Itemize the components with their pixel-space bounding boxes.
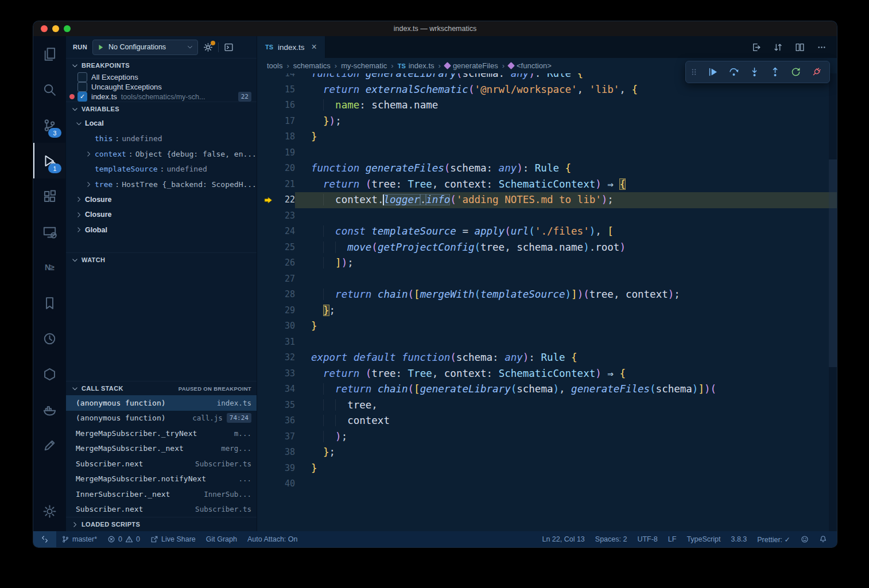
line-number[interactable]: 37 xyxy=(257,429,295,445)
breadcrumb-item[interactable]: TSindex.ts xyxy=(398,61,434,70)
status-feedback[interactable] xyxy=(796,531,814,547)
code-line[interactable]: 27 xyxy=(257,271,837,287)
remote-indicator[interactable] xyxy=(33,531,56,547)
code-line[interactable]: 23 xyxy=(257,208,837,224)
activity-item-explorer[interactable] xyxy=(33,36,65,72)
line-number[interactable]: 17 xyxy=(257,114,295,130)
disconnect-button[interactable] xyxy=(811,67,822,77)
code-line[interactable]: 32export default function(schema: any): … xyxy=(257,350,837,366)
scrollbar-thumb[interactable] xyxy=(829,159,837,367)
status-branch[interactable]: master* xyxy=(56,531,102,547)
line-number[interactable]: 29 xyxy=(257,303,295,319)
open-changes-icon[interactable] xyxy=(751,42,761,52)
code-line[interactable]: 30} xyxy=(257,318,837,334)
breadcrumb-item[interactable]: my-schematic xyxy=(341,61,387,70)
call-stack-frame[interactable]: InnerSubscriber._nextInnerSub... xyxy=(66,486,257,502)
variable-row[interactable]: context: Object {debug: false, en... xyxy=(66,146,257,162)
variable-row[interactable]: tree: HostTree {_backend: ScopedH... xyxy=(66,177,257,192)
breakpoint-checkbox[interactable]: ✓ xyxy=(77,72,87,82)
activity-item-settings[interactable] xyxy=(33,493,65,529)
code-line[interactable]: 15 return externalSchematic('@nrwl/works… xyxy=(257,82,837,98)
zoom-window-button[interactable] xyxy=(64,25,71,32)
breakpoint-row[interactable]: ✓index.tstools/schematics/my-sch...22 xyxy=(66,92,257,102)
breadcrumb-item[interactable]: schematics xyxy=(293,61,331,70)
code-line[interactable]: 31 xyxy=(257,334,837,351)
line-number[interactable]: 18 xyxy=(257,129,295,145)
line-number[interactable]: 25 xyxy=(257,240,295,256)
line-number[interactable]: 35 xyxy=(257,398,295,414)
close-tab-button[interactable]: × xyxy=(312,42,317,52)
line-number[interactable]: 20 xyxy=(257,161,295,177)
status-live-share[interactable]: Live Share xyxy=(145,531,201,547)
restart-button[interactable] xyxy=(790,67,801,77)
status-typescript-version[interactable]: 3.8.3 xyxy=(726,531,752,547)
code-line[interactable]: 16 name: schema.name xyxy=(257,98,837,114)
activity-item-bookmarks[interactable] xyxy=(33,285,65,321)
line-number[interactable]: 22 xyxy=(257,192,295,208)
code-line[interactable]: 25 move(getProjectConfig(tree, schema.na… xyxy=(257,240,837,256)
breadcrumb-item[interactable]: generateFiles xyxy=(445,61,498,70)
line-number[interactable]: 34 xyxy=(257,381,295,398)
status-encoding[interactable]: UTF-8 xyxy=(632,531,662,547)
activity-item-run-debug[interactable]: 1 xyxy=(33,143,65,178)
status-notifications[interactable] xyxy=(814,531,832,547)
variable-row[interactable]: this: undefined xyxy=(66,131,257,147)
status-cursor-position[interactable]: Ln 22, Col 13 xyxy=(537,531,589,547)
split-editor-icon[interactable] xyxy=(795,42,805,52)
code-line[interactable]: 34 return chain([generateLibrary(schema)… xyxy=(257,381,837,398)
line-number[interactable]: 19 xyxy=(257,145,295,161)
tab-index-ts[interactable]: TS index.ts × xyxy=(257,36,325,58)
call-stack-frame[interactable]: MergeMapSubscriber.notifyNext... xyxy=(66,472,257,487)
line-number[interactable]: 30 xyxy=(257,318,295,334)
call-stack-frame[interactable]: MergeMapSubscriber._nextmerg... xyxy=(66,441,257,457)
line-number[interactable]: 24 xyxy=(257,224,295,240)
code-line[interactable]: 28 return chain([mergeWith(templateSourc… xyxy=(257,287,837,303)
call-stack-frame[interactable]: Subscriber.nextSubscriber.ts xyxy=(66,456,257,472)
breakpoints-header[interactable]: BREAKPOINTS xyxy=(66,58,257,72)
status-eol[interactable]: LF xyxy=(663,531,682,547)
continue-button[interactable] xyxy=(708,67,719,77)
variable-row[interactable]: templateSource: undefined xyxy=(66,162,257,177)
activity-item-search[interactable] xyxy=(33,72,65,107)
step-out-button[interactable] xyxy=(770,67,781,77)
activity-item-source-control[interactable]: 3 xyxy=(33,107,65,143)
breakpoint-row[interactable]: ✓Uncaught Exceptions xyxy=(66,82,257,92)
code-line[interactable]: 37 ); xyxy=(257,429,837,445)
call-stack-frame[interactable]: (anonymous function)call.js74:24 xyxy=(66,411,257,426)
activity-item-extensions[interactable] xyxy=(33,178,65,214)
scrollbar[interactable] xyxy=(829,73,837,531)
breakpoint-row[interactable]: ✓All Exceptions xyxy=(66,72,257,82)
watch-header[interactable]: WATCH xyxy=(66,252,257,267)
activity-item-remote-explorer[interactable] xyxy=(33,214,65,250)
line-number[interactable]: 36 xyxy=(257,413,295,429)
line-number[interactable]: 21 xyxy=(257,177,295,193)
status-prettier[interactable]: Prettier: ✓ xyxy=(752,531,796,547)
code-line[interactable]: 18} xyxy=(257,129,837,145)
drag-handle-icon[interactable] xyxy=(690,67,698,77)
line-number[interactable]: 26 xyxy=(257,255,295,271)
code-line[interactable]: 26 ]); xyxy=(257,255,837,271)
variables-scope-closure[interactable]: Closure xyxy=(66,207,257,223)
line-number[interactable]: 38 xyxy=(257,445,295,461)
start-debugging-icon[interactable] xyxy=(97,44,104,51)
code-line[interactable]: 35 tree, xyxy=(257,398,837,414)
code-line[interactable]: 36 context xyxy=(257,413,837,429)
code-line[interactable]: 39} xyxy=(257,461,837,477)
line-number[interactable]: 15 xyxy=(257,82,295,98)
code-line[interactable]: 22 context.logger.info('adding NOTES.md … xyxy=(257,192,837,208)
call-stack-frame[interactable]: MergeMapSubscriber._tryNextm... xyxy=(66,426,257,441)
status-git-graph[interactable]: Git Graph xyxy=(201,531,242,547)
activity-item-snippets[interactable] xyxy=(33,427,65,463)
compare-changes-icon[interactable] xyxy=(773,42,783,52)
code-line[interactable]: 17 }); xyxy=(257,114,837,130)
code-editor[interactable]: 14function generateLibrary(schema: any):… xyxy=(257,73,837,531)
code-line[interactable]: 20function generateFiles(schema: any): R… xyxy=(257,161,837,177)
loaded-scripts-header[interactable]: LOADED SCRIPTS xyxy=(66,517,257,531)
line-number[interactable]: 39 xyxy=(257,461,295,477)
variables-header[interactable]: VARIABLES xyxy=(66,102,257,116)
code-line[interactable]: 40 xyxy=(257,476,837,492)
line-number[interactable]: 33 xyxy=(257,366,295,382)
line-number[interactable]: 14 xyxy=(257,73,295,82)
status-indentation[interactable]: Spaces: 2 xyxy=(590,531,633,547)
close-window-button[interactable] xyxy=(41,25,48,32)
